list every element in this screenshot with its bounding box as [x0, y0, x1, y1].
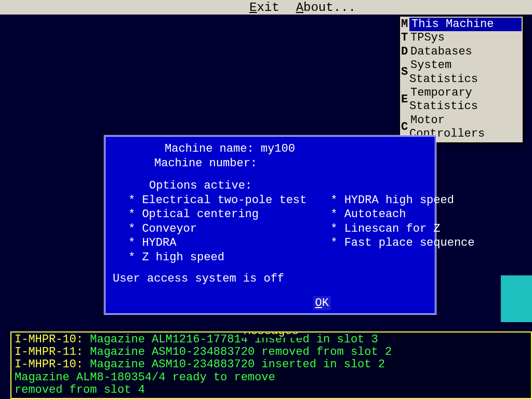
option-item: * Autoteach	[315, 207, 474, 222]
hotkey: E	[401, 93, 409, 107]
option-item: * Linescan for Z	[315, 222, 474, 236]
message-text: Magazine ASM10-234883720 removed from sl…	[90, 345, 392, 358]
option-item: * HYDRA high speed	[315, 193, 474, 208]
message-code: I-MHPR-10:	[15, 333, 83, 346]
options-list: * Electrical two-pole test * Optical cen…	[113, 193, 428, 265]
option-item: * HYDRA	[113, 236, 307, 250]
message-code: I-MHPR-10:	[15, 358, 83, 371]
message-line: I-MHPR-10: Magazine ASM10-234883720 inse…	[15, 358, 528, 371]
background-panel	[501, 275, 532, 322]
message-text: Magazine ASM10-234883720 inserted in slo…	[90, 358, 385, 371]
machine-info-dialog: Machine name: my100 Machine number: Opti…	[104, 135, 436, 315]
dropdown-item-databases[interactable]: D Databases	[401, 45, 522, 59]
menubar: Exit About...	[0, 0, 532, 15]
dropdown-label: This Machine	[410, 18, 494, 31]
message-line: Magazine ALM8-180354/4 ready to remove	[15, 371, 528, 384]
options-col-2: * HYDRA high speed * Autoteach * Linesca…	[315, 193, 474, 265]
messages-panel: Messages I-MHPR-10: Magazine ALM1216-177…	[10, 331, 532, 399]
about-dropdown: M This Machine T TPSys D Databases S Sys…	[399, 16, 524, 143]
dropdown-label: Databases	[409, 45, 472, 58]
dropdown-item-temporary-statistics[interactable]: E Temporary Statistics	[401, 86, 522, 114]
message-text: removed from slot 4	[15, 383, 145, 396]
dropdown-label: System Statistics	[409, 59, 478, 85]
option-item: * Z high speed	[113, 250, 307, 265]
messages-title: Messages	[241, 331, 302, 338]
message-line: I-MHPR-11: Magazine ASM10-234883720 remo…	[15, 346, 528, 358]
hotkey: S	[401, 65, 409, 79]
machine-number-label: Machine number:	[154, 157, 257, 170]
message-line: removed from slot 4	[15, 384, 528, 396]
dropdown-label: TPSys	[409, 31, 445, 44]
screen: Exit About... M This Machine T TPSys D D…	[0, 0, 532, 399]
options-col-1: * Electrical two-pole test * Optical cen…	[113, 193, 307, 265]
menu-exit[interactable]: Exit	[249, 1, 280, 15]
ok-button[interactable]: OK	[313, 296, 331, 311]
hotkey: M	[401, 18, 409, 31]
access-status: User access system is off	[113, 272, 428, 286]
machine-name-value: my100	[261, 142, 295, 155]
dropdown-item-system-statistics[interactable]: S System Statistics	[401, 59, 522, 86]
option-item: * Fast place sequence	[315, 236, 474, 250]
hotkey: C	[401, 121, 409, 134]
menu-about[interactable]: About...	[296, 1, 356, 15]
dropdown-item-tpsys[interactable]: T TPSys	[401, 31, 522, 45]
option-item: * Conveyor	[113, 222, 307, 236]
message-text: Magazine ALM1216-177814 inserted in slot…	[90, 333, 378, 346]
option-item: * Optical centering	[113, 207, 307, 222]
hotkey: T	[401, 31, 409, 45]
message-code: I-MHPR-11:	[15, 345, 83, 358]
machine-name-label: Machine name:	[165, 142, 254, 155]
dropdown-item-this-machine[interactable]: M This Machine	[401, 18, 522, 31]
message-text: Magazine ALM8-180354/4 ready to remove	[15, 371, 275, 384]
machine-number-row: Machine number:	[113, 156, 428, 171]
option-item: * Electrical two-pole test	[113, 193, 307, 208]
machine-name-row: Machine name: my100	[113, 142, 428, 156]
hotkey: D	[401, 45, 409, 59]
dropdown-label: Temporary Statistics	[409, 86, 478, 113]
options-header: Options active:	[113, 179, 428, 193]
